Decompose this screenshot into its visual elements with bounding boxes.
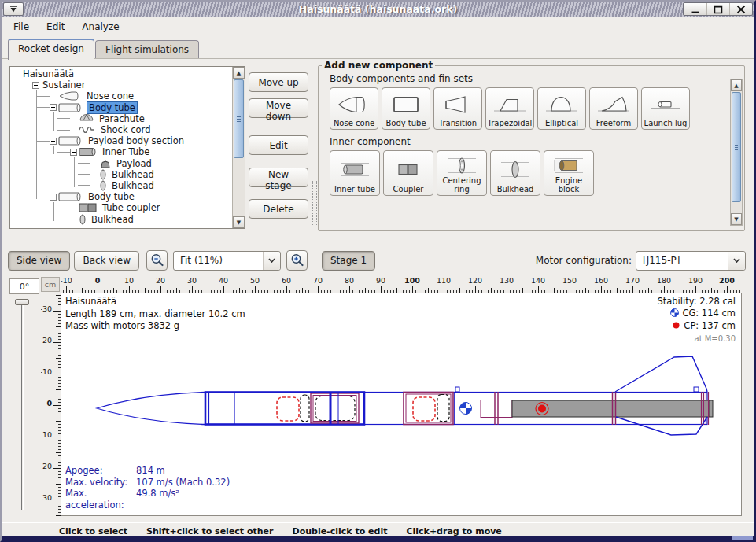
add-transition-button[interactable]: Transition bbox=[433, 87, 482, 130]
tree-connector-line bbox=[74, 157, 75, 187]
scroll-up-icon[interactable]: ▲ bbox=[233, 67, 245, 79]
tree-item-bulkhead[interactable]: Bulkhead bbox=[10, 180, 232, 191]
tree-item-tube-coupler[interactable]: Tube coupler bbox=[10, 202, 232, 213]
tree-item-bulkhead[interactable]: Bulkhead bbox=[10, 213, 232, 224]
tree-item-label: Bulkhead bbox=[110, 180, 156, 191]
menu-analyze[interactable]: Analyze bbox=[75, 20, 126, 34]
tree-expander-icon[interactable] bbox=[50, 138, 58, 145]
add-engine-block-button[interactable]: Engine block bbox=[544, 150, 594, 196]
menu-edit[interactable]: Edit bbox=[39, 20, 72, 34]
component-panel-scrollbar[interactable]: ▲ ▼ bbox=[730, 79, 743, 226]
zoom-level-combo[interactable]: Fit (11%) bbox=[173, 251, 281, 271]
title-bar[interactable]: Haisunäätä (haisunaata.ork) bbox=[2, 2, 754, 17]
tree-item-label: Shock cord bbox=[99, 124, 152, 135]
rocket-canvas[interactable]: Haisunäätä Length 189 cm, max. diameter … bbox=[61, 293, 742, 516]
tree-item-shock-cord[interactable]: Shock cord bbox=[10, 124, 232, 135]
engineblock-icon bbox=[551, 153, 586, 177]
innertube-icon bbox=[79, 147, 98, 157]
window-bottom-edge bbox=[2, 536, 754, 540]
minimize-icon bbox=[691, 5, 700, 14]
tree-expander-icon[interactable] bbox=[50, 194, 58, 201]
h-ruler-label: 200 bbox=[719, 276, 735, 285]
v-ruler-label: 20 bbox=[42, 462, 52, 470]
close-button[interactable] bbox=[729, 3, 752, 15]
tree-scrollbar-thumb[interactable] bbox=[234, 79, 244, 158]
zoom-in-button[interactable] bbox=[286, 250, 308, 271]
add-bulkhead-button[interactable]: Bulkhead bbox=[490, 150, 540, 196]
v-ruler-label: 0 bbox=[46, 399, 52, 407]
scroll-down-icon[interactable]: ▼ bbox=[731, 213, 742, 225]
tree-item-payload[interactable]: Payload bbox=[10, 158, 232, 169]
h-ruler-label: 70 bbox=[313, 276, 323, 285]
tree-scrollbar[interactable]: ▲ ▼ bbox=[232, 67, 245, 228]
cg-icon bbox=[670, 308, 679, 320]
add-freeform-button[interactable]: Freeform bbox=[589, 87, 638, 130]
tree-item-inner-tube[interactable]: Inner Tube bbox=[10, 146, 232, 157]
tree-item-haisun-t[interactable]: Haisunäätä bbox=[10, 68, 232, 79]
menu-file[interactable]: File bbox=[6, 20, 36, 34]
scroll-up-icon[interactable]: ▲ bbox=[731, 79, 742, 91]
tab-flight-simulations[interactable]: Flight simulations bbox=[95, 40, 199, 59]
maximize-button[interactable] bbox=[706, 3, 729, 15]
tree-connector-stub bbox=[57, 118, 70, 119]
v-ruler-label: 30 bbox=[42, 493, 52, 502]
add-launch-lug-button[interactable]: Launch lug bbox=[641, 87, 690, 130]
h-ruler-label: 30 bbox=[187, 276, 197, 285]
tree-connector-line bbox=[53, 146, 54, 154]
tree-connector-stub bbox=[78, 163, 90, 164]
tree-item-bulkhead[interactable]: Bulkhead bbox=[10, 169, 232, 180]
add-body-tube-button[interactable]: Body tube bbox=[382, 87, 430, 130]
add-elliptical-button[interactable]: Elliptical bbox=[537, 87, 586, 130]
motor-configuration-combo[interactable]: [J115-P] bbox=[636, 251, 746, 271]
h-ruler-label: 100 bbox=[404, 276, 420, 285]
add-nose-cone-button[interactable]: Nose cone bbox=[330, 87, 378, 130]
menu-bar: File Edit Analyze bbox=[2, 18, 754, 35]
stat-value: 107 m/s (Mach 0.32) bbox=[136, 477, 230, 489]
new-stage-button[interactable]: New stage bbox=[249, 168, 308, 187]
resize-grip[interactable] bbox=[732, 536, 753, 540]
edit-button[interactable]: Edit bbox=[249, 135, 308, 155]
component-scrollbar-thumb[interactable] bbox=[732, 92, 741, 202]
scroll-down-icon[interactable]: ▼ bbox=[233, 216, 245, 228]
tree-expander-icon[interactable] bbox=[32, 82, 41, 89]
tab-rocket-design[interactable]: Rocket design bbox=[8, 39, 94, 60]
add-centering-ring-button[interactable]: Centering ring bbox=[437, 150, 487, 196]
move-down-button[interactable]: Move down bbox=[249, 98, 308, 118]
bulkhead-icon bbox=[99, 169, 107, 180]
tree-item-payload-body-section[interactable]: Payload body section bbox=[10, 135, 232, 146]
tree-expander-icon[interactable] bbox=[70, 149, 79, 156]
tree-item-body-tube[interactable]: Body tube bbox=[10, 102, 232, 113]
mach-line: at M=0.30 bbox=[657, 333, 736, 345]
minimize-button[interactable] bbox=[684, 3, 706, 15]
delete-button[interactable]: Delete bbox=[249, 199, 308, 219]
tree-item-sustainer[interactable]: Sustainer bbox=[10, 79, 232, 90]
vertical-splitter-handle[interactable] bbox=[312, 181, 317, 225]
tree-connector-stub bbox=[78, 174, 90, 175]
add-inner-tube-button[interactable]: Inner tube bbox=[330, 150, 380, 196]
tree-item-nose-cone[interactable]: Nose cone bbox=[10, 90, 232, 101]
stage-1-button[interactable]: Stage 1 bbox=[322, 251, 375, 271]
tree-item-label: Haisunäätä bbox=[21, 68, 76, 79]
add-coupler-button[interactable]: Coupler bbox=[383, 150, 433, 196]
h-ruler-label: 110 bbox=[437, 276, 451, 285]
rocket-mass-line: Mass with motors 3832 g bbox=[65, 320, 245, 333]
body-components-row: Nose coneBody tubeTransitionTrapezoidalE… bbox=[330, 87, 744, 130]
rocket-view-area: 0° cm -100102030405060708090100110120130… bbox=[2, 275, 754, 519]
tree-connector-stub bbox=[57, 208, 70, 208]
tree-item-parachute[interactable]: Parachute bbox=[10, 113, 232, 124]
chevron-down-icon bbox=[728, 252, 745, 270]
add-trapezoidal-button[interactable]: Trapezoidal bbox=[485, 87, 534, 130]
tree-item-body-tube[interactable]: Body tube bbox=[10, 191, 232, 202]
tree-expander-icon[interactable] bbox=[50, 104, 58, 111]
zoom-out-button[interactable] bbox=[146, 250, 168, 271]
side-view-button[interactable]: Side view bbox=[8, 251, 70, 271]
h-ruler-label: 60 bbox=[282, 276, 291, 285]
rotation-slider-thumb[interactable] bbox=[15, 299, 29, 305]
rotation-slider-track[interactable] bbox=[21, 302, 24, 510]
back-view-button[interactable]: Back view bbox=[74, 251, 139, 271]
move-up-button[interactable]: Move up bbox=[249, 72, 308, 92]
tree-item-label: Body tube bbox=[87, 101, 138, 114]
openrocket-window: Haisunäätä (haisunaata.ork) File Edit An… bbox=[0, 0, 756, 542]
rotation-angle-field[interactable]: 0° bbox=[9, 278, 39, 294]
coupler-icon bbox=[79, 203, 98, 212]
